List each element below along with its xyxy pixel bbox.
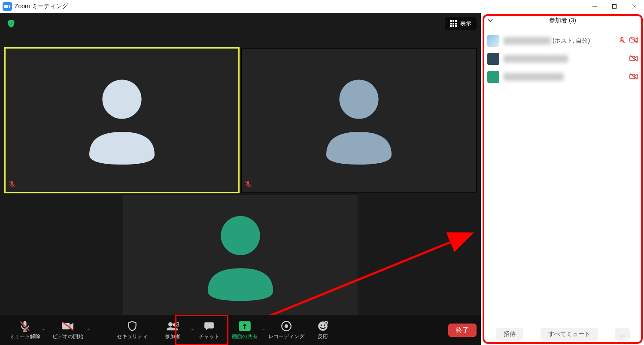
participant-name: ████████ (ホスト, 自分) [504, 37, 614, 45]
chevron-up-icon[interactable]: ︿ [87, 326, 91, 332]
panel-header: 参加者 (3) [481, 13, 644, 28]
mic-muted-icon [244, 180, 252, 189]
reaction-label: 反応 [318, 333, 328, 340]
participant-name: ████████████ [504, 73, 625, 81]
view-button[interactable]: 表示 [445, 17, 477, 30]
participant-row[interactable]: ██████████████ [481, 50, 644, 68]
close-button[interactable] [624, 0, 644, 13]
shield-icon [127, 320, 138, 332]
participant-row[interactable]: ████████ (ホスト, 自分) [481, 32, 644, 50]
avatar-placeholder-icon [200, 211, 281, 302]
participants-label: 参加者 [165, 333, 180, 340]
video-area: 表示 [0, 13, 481, 345]
record-button[interactable]: レコーディング [265, 318, 308, 342]
end-label: 終了 [456, 326, 469, 333]
camera-off-icon [629, 37, 638, 46]
meeting-toolbar: ミュート解除 ︿ ビデオの開始 ︿ セキュリティ [0, 315, 481, 345]
svg-point-8 [339, 79, 378, 119]
participant-status-icons [618, 37, 638, 46]
participant-name: ██████████████ [504, 55, 625, 63]
app-root: Zoom ミーティング 表示 [0, 0, 644, 345]
video-tile-3[interactable] [123, 195, 358, 328]
invite-button[interactable]: 招待 [496, 328, 523, 341]
avatar-placeholder-icon [81, 75, 163, 166]
panel-more-button[interactable]: … [615, 328, 630, 341]
window-controls [585, 0, 644, 13]
participant-status-icons [629, 55, 638, 63]
share-screen-button[interactable]: 画面の共有 ︿ [224, 318, 265, 342]
camera-off-icon [629, 73, 638, 81]
camera-off-icon [629, 55, 638, 63]
svg-point-20 [168, 322, 173, 327]
maximize-button[interactable] [605, 0, 624, 13]
svg-point-26 [321, 324, 322, 326]
reactions-button[interactable]: 反応 [308, 318, 338, 342]
security-label: セキュリティ [117, 333, 148, 340]
panel-title: 参加者 (3) [549, 17, 576, 24]
participants-panel: 参加者 (3) ████████ (ホスト, 自分) [481, 13, 644, 345]
mic-muted-icon [618, 37, 626, 46]
participant-status-icons [629, 73, 638, 81]
avatar [487, 35, 499, 47]
record-label: レコーディング [268, 333, 304, 340]
share-label: 画面の共有 [232, 333, 258, 340]
camera-off-icon [61, 320, 74, 332]
view-label: 表示 [460, 20, 471, 27]
svg-point-27 [324, 324, 325, 326]
smiley-icon [317, 320, 328, 332]
participants-count: 3 [176, 321, 179, 328]
window-title: Zoom ミーティング [15, 3, 68, 10]
title-bar: Zoom ミーティング [0, 0, 644, 13]
svg-rect-0 [4, 5, 8, 8]
panel-footer: 招待 すべてミュート … [481, 323, 644, 345]
mute-label: ミュート解除 [9, 333, 40, 340]
mic-muted-icon [8, 180, 16, 189]
mute-button[interactable]: ミュート解除 ︿ [4, 318, 45, 342]
chat-button[interactable]: チャット [194, 318, 224, 342]
chat-label: チャット [199, 333, 219, 340]
minimize-button[interactable] [585, 0, 605, 13]
microphone-muted-icon [19, 320, 31, 332]
end-meeting-button[interactable]: 終了 [448, 324, 477, 337]
body: 表示 [0, 13, 644, 345]
video-label: ビデオの開始 [52, 333, 83, 340]
avatar [487, 53, 499, 65]
zoom-logo-icon [3, 2, 12, 11]
security-button[interactable]: セキュリティ [113, 318, 151, 342]
svg-point-11 [221, 216, 260, 255]
mute-all-button[interactable]: すべてミュート [541, 328, 598, 341]
avatar [487, 71, 499, 83]
svg-point-5 [102, 79, 141, 119]
participant-list: ████████ (ホスト, 自分) ██████████████ [481, 28, 644, 323]
record-icon [281, 320, 292, 332]
video-tile-2[interactable] [241, 48, 477, 192]
participant-suffix: (ホスト, 自分) [553, 37, 590, 45]
share-screen-icon [238, 320, 251, 332]
svg-point-24 [285, 324, 289, 328]
encryption-shield-icon[interactable] [6, 19, 16, 30]
avatar-placeholder-icon [318, 75, 400, 166]
panel-collapse-button[interactable] [487, 17, 493, 24]
chat-icon [203, 320, 215, 332]
participants-button[interactable]: 3 参加者 ︿ [151, 318, 194, 342]
gallery-icon [450, 20, 457, 27]
svg-rect-2 [613, 5, 617, 9]
video-tile-1[interactable] [4, 47, 240, 193]
participant-row[interactable]: ████████████ [481, 68, 644, 86]
video-button[interactable]: ビデオの開始 ︿ [45, 318, 90, 342]
